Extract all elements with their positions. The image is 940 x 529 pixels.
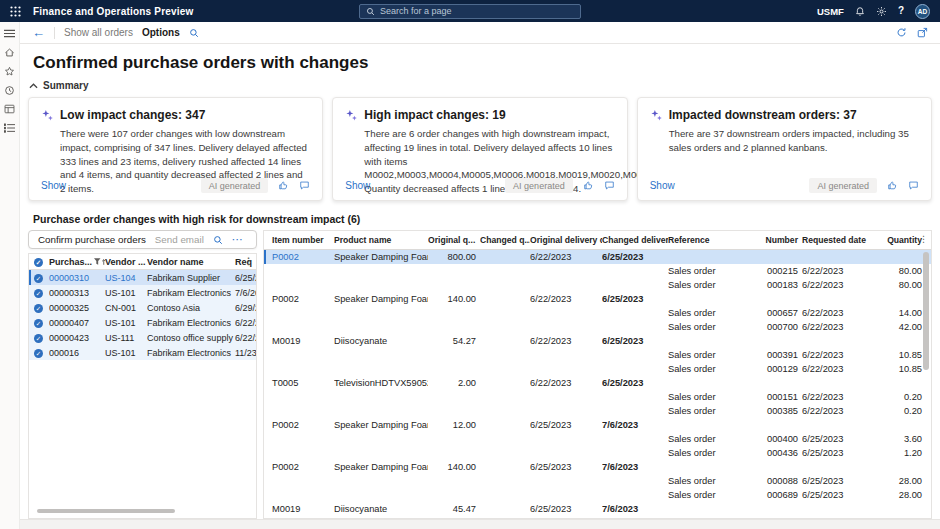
reference-row[interactable]: Sales order0001516/22/20230.20 — [264, 390, 931, 404]
home-icon[interactable] — [3, 46, 17, 58]
recent-clock-icon[interactable] — [3, 84, 17, 96]
item-number[interactable]: M0019 — [264, 336, 334, 346]
vendor-name: Contoso Asia — [147, 303, 235, 313]
hamburger-menu-icon[interactable] — [3, 27, 17, 39]
po-grid-row[interactable]: ✓00000407US-101Fabrikam Electronics6/22/… — [29, 315, 256, 330]
item-number[interactable]: P0002 — [264, 294, 334, 304]
company-picker[interactable]: USMF — [817, 6, 844, 17]
checked-icon[interactable]: ✓ — [34, 304, 43, 313]
confirm-purchase-orders-button[interactable]: Confirm purchase orders — [38, 234, 146, 245]
thumbs-up-icon[interactable] — [583, 180, 594, 191]
feedback-icon[interactable] — [908, 180, 919, 191]
options-menu[interactable]: Options — [142, 27, 180, 38]
thumbs-up-icon[interactable] — [278, 180, 289, 191]
po-number[interactable]: 000016 — [49, 348, 105, 358]
po-grid-row[interactable]: ✓00000325CN-001Contoso Asia6/29/2023 — [29, 300, 256, 315]
column-header[interactable]: Original delivery d... — [530, 235, 602, 245]
send-email-button[interactable]: Send email — [155, 234, 204, 245]
reference-row[interactable]: Sales order0003916/22/202310.85 — [264, 348, 931, 362]
reference-row[interactable]: Sales order0006896/25/202328.00 — [264, 488, 931, 502]
item-number[interactable]: M0019 — [264, 504, 334, 514]
settings-gear-icon[interactable] — [876, 6, 887, 17]
user-avatar[interactable]: AD — [915, 4, 930, 19]
item-number[interactable]: P0002 — [264, 420, 334, 430]
reference-row[interactable]: Sales order0003856/22/20230.20 — [264, 404, 931, 418]
lines-grid-kebab-icon[interactable]: ⋮ — [919, 234, 928, 244]
po-grid-row[interactable]: ✓00000313US-101Fabrikam Electronics7/6/2… — [29, 285, 256, 300]
original-delivery-date: 6/22/2023 — [530, 252, 602, 262]
item-row[interactable]: P0002Speaker Damping Foam140.006/25/2023… — [264, 460, 931, 474]
reference-row[interactable]: Sales order0006576/22/202314.00 — [264, 306, 931, 320]
workspaces-icon[interactable] — [3, 103, 17, 115]
feedback-icon[interactable] — [604, 180, 615, 191]
po-grid-row[interactable]: ✓00000310US-104Fabrikam Supplier6/25/202… — [29, 270, 256, 285]
open-in-new-window-icon[interactable] — [917, 27, 928, 38]
checked-icon[interactable]: ✓ — [34, 289, 43, 298]
po-number[interactable]: 00000407 — [49, 318, 105, 328]
column-header[interactable]: Product name — [334, 235, 428, 245]
column-header-vendor-name[interactable]: Vendor name — [147, 257, 235, 267]
app-layout: ← Show all orders Options Confirmed purc… — [0, 22, 940, 529]
back-arrow-icon[interactable]: ← — [32, 26, 45, 39]
item-row[interactable]: P0002Speaker Damping Foam140.006/22/2023… — [264, 292, 931, 306]
reference-row[interactable]: Sales order0001296/22/202310.85 — [264, 362, 931, 376]
item-row[interactable]: T0005TelevisionHDTVX590522.006/22/20236/… — [264, 376, 931, 390]
column-header[interactable]: Requested date — [802, 235, 876, 245]
reference-row[interactable]: Sales order0000886/25/202328.00 — [264, 474, 931, 488]
reference-row[interactable]: Sales order0001836/22/202380.00 — [264, 278, 931, 292]
checked-icon[interactable]: ✓ — [34, 349, 43, 358]
show-link[interactable]: Show — [41, 180, 66, 191]
feedback-icon[interactable] — [299, 180, 310, 191]
reference-row[interactable]: Sales order0002156/22/202380.00 — [264, 264, 931, 278]
page-search-input[interactable] — [380, 6, 574, 16]
item-number[interactable]: P0002 — [264, 462, 334, 472]
thumbs-up-icon[interactable] — [887, 180, 898, 191]
toolbar-search-icon[interactable] — [213, 235, 223, 245]
modules-list-icon[interactable] — [3, 122, 17, 134]
item-number[interactable]: P0002 — [264, 252, 334, 262]
po-number[interactable]: 00000310 — [49, 273, 105, 283]
item-number[interactable]: T0005 — [264, 378, 334, 388]
more-commands-icon[interactable]: ⋯ — [232, 234, 243, 245]
column-header[interactable]: Reference — [668, 235, 746, 245]
checked-icon[interactable]: ✓ — [34, 274, 43, 283]
column-header-purchase-order[interactable]: Purchas... — [49, 257, 105, 267]
favorites-star-icon[interactable] — [3, 65, 17, 77]
summary-section-toggle[interactable]: Summary — [29, 80, 932, 91]
po-number[interactable]: 00000423 — [49, 333, 105, 343]
horizontal-scrollbar[interactable] — [37, 509, 175, 513]
column-header[interactable]: Changed q... — [480, 235, 530, 245]
item-row[interactable]: M0019Diisocyanate54.276/22/20236/25/2023 — [264, 334, 931, 348]
show-all-orders-button[interactable]: Show all orders — [64, 27, 133, 38]
reference-type: Sales order — [668, 308, 746, 318]
app-launcher-icon[interactable] — [10, 6, 21, 17]
notifications-bell-icon[interactable] — [855, 6, 865, 17]
refresh-icon[interactable] — [896, 27, 907, 38]
vertical-scrollbar[interactable] — [923, 252, 929, 370]
checked-icon[interactable]: ✓ — [34, 319, 43, 328]
item-row[interactable]: M0019Diisocyanate45.476/25/20237/6/2023 — [264, 502, 931, 516]
select-all-checkbox[interactable]: ✓ — [34, 258, 43, 267]
grid-options-kebab-icon[interactable]: ⋮ — [244, 256, 253, 266]
column-header-vendor-account[interactable]: Vendor ... — [105, 257, 147, 267]
po-grid-row[interactable]: ✓000016US-101Fabrikam Electronics11/23/2… — [29, 345, 256, 360]
reference-row[interactable]: Sales order0004006/25/20233.60 — [264, 432, 931, 446]
item-row[interactable]: P0002Speaker Damping Foam12.006/25/20237… — [264, 418, 931, 432]
column-header[interactable]: Changed delivery d... — [602, 235, 668, 245]
reference-quantity: 28.00 — [876, 490, 926, 500]
column-header[interactable]: Original q... — [428, 235, 480, 245]
show-link[interactable]: Show — [345, 180, 370, 191]
show-link[interactable]: Show — [650, 180, 675, 191]
page-search-box[interactable] — [359, 4, 581, 19]
checked-icon[interactable]: ✓ — [34, 334, 43, 343]
actionbar-search-icon[interactable] — [189, 28, 199, 38]
reference-row[interactable]: Sales order0007006/22/202342.00 — [264, 320, 931, 334]
po-number[interactable]: 00000325 — [49, 303, 105, 313]
po-grid-row[interactable]: ✓00000423US-111Contoso office supply6/22… — [29, 330, 256, 345]
column-header[interactable]: Number — [746, 235, 802, 245]
column-header[interactable]: Item number — [264, 235, 334, 245]
item-row[interactable]: P0002Speaker Damping Foam800.006/22/2023… — [264, 250, 931, 264]
po-number[interactable]: 00000313 — [49, 288, 105, 298]
reference-row[interactable]: Sales order0004366/25/20231.20 — [264, 446, 931, 460]
help-icon[interactable]: ? — [898, 6, 904, 16]
